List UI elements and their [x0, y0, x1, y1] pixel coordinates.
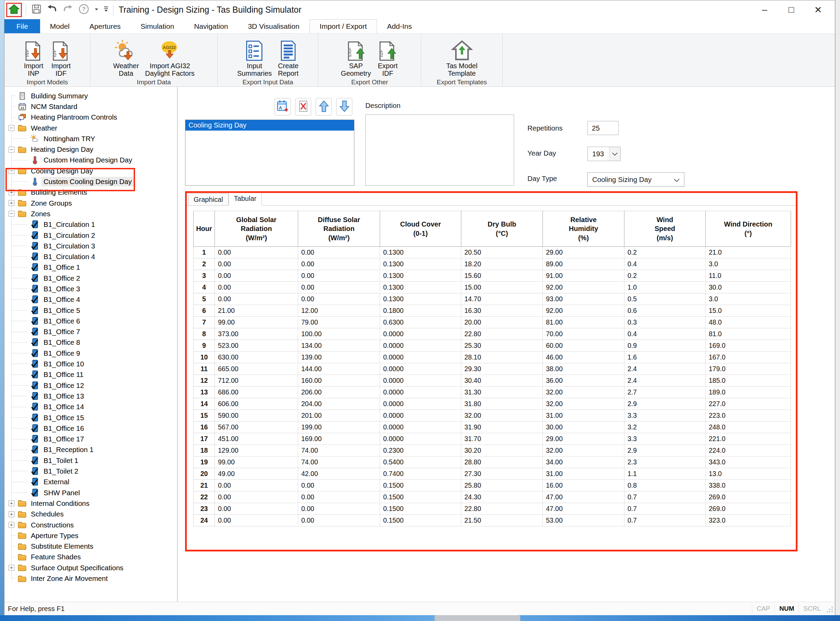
value-cell[interactable]: 20.00 [461, 317, 543, 328]
value-cell[interactable]: 1.1 [624, 468, 706, 480]
value-cell[interactable]: 30.0 [706, 282, 791, 293]
value-cell[interactable]: 21.00 [215, 305, 298, 317]
sap-geometry-button[interactable]: SAPSAP Geometry [339, 34, 373, 77]
value-cell[interactable]: 144.00 [298, 363, 380, 375]
tree-item-external[interactable]: External [5, 477, 177, 487]
value-cell[interactable]: 0.0000 [380, 351, 461, 363]
tree-item-b1-circulation-4[interactable]: B1_Circulation 4 [5, 251, 177, 262]
value-cell[interactable]: 18.20 [461, 258, 543, 270]
tree-item-b1-office-10[interactable]: B1_Office 10 [5, 359, 177, 369]
import-idf-button[interactable]: IDFImport IDF [48, 34, 74, 77]
value-cell[interactable]: 3.3 [624, 433, 706, 445]
redo-button[interactable] [61, 3, 74, 17]
tree-item-b1-office-4[interactable]: B1_Office 4 [5, 294, 177, 305]
value-cell[interactable]: 0.2 [624, 247, 706, 258]
collapse-minus-icon[interactable]: − [9, 125, 14, 131]
value-cell[interactable]: 0.6300 [380, 317, 461, 328]
tree-item-b1-office-16[interactable]: B1_Office 16 [5, 423, 177, 433]
tab-3d-visualisation[interactable]: 3D Visualisation [238, 19, 309, 33]
tab-simulation[interactable]: Simulation [130, 19, 184, 33]
value-cell[interactable]: 2.7 [624, 386, 706, 398]
tree-item-b1-toilet-1[interactable]: B1_Toilet 1 [5, 455, 177, 466]
value-cell[interactable]: 0.00 [215, 491, 298, 503]
tree-item-b1-office-17[interactable]: B1_Office 17 [5, 434, 177, 444]
value-cell[interactable]: 338.0 [706, 480, 791, 491]
value-cell[interactable]: 16.00 [543, 480, 624, 491]
value-cell[interactable]: 0.00 [298, 293, 380, 305]
value-cell[interactable]: 0.1300 [380, 282, 461, 293]
value-cell[interactable]: 15.60 [461, 270, 543, 282]
value-cell[interactable]: 47.00 [543, 491, 624, 503]
value-cell[interactable]: 373.00 [215, 328, 298, 340]
value-cell[interactable]: 0.1500 [380, 491, 461, 503]
value-cell[interactable]: 89.00 [543, 258, 624, 270]
tab-graphical[interactable]: Graphical [188, 193, 229, 206]
tree-item-b1-office-12[interactable]: B1_Office 12 [5, 380, 177, 391]
value-cell[interactable]: 32.00 [461, 410, 543, 421]
tree-item-b1-office-6[interactable]: B1_Office 6 [5, 316, 177, 326]
value-cell[interactable]: 42.00 [298, 468, 380, 480]
tab-file[interactable]: File [5, 19, 40, 33]
tree-item-shw-panel[interactable]: SHW Panel [5, 487, 177, 498]
value-cell[interactable]: 185.0 [706, 375, 791, 386]
tab-navigation[interactable]: Navigation [184, 19, 238, 33]
tree-item-constructions[interactable]: +Constructions [5, 520, 177, 530]
tree-item-zone-groups[interactable]: +Zone Groups [5, 198, 177, 208]
value-cell[interactable]: 2.3 [624, 456, 706, 468]
value-cell[interactable]: 0.5400 [380, 456, 461, 468]
value-cell[interactable]: 0.9 [624, 340, 706, 351]
repetitions-input[interactable] [587, 121, 619, 135]
export-idf-button[interactable]: IDFExport IDF [375, 34, 400, 77]
tree-item-b1-office-15[interactable]: B1_Office 15 [5, 412, 177, 423]
value-cell[interactable]: 25.30 [461, 340, 543, 351]
value-cell[interactable]: 3.0 [706, 258, 791, 270]
value-cell[interactable]: 20.50 [461, 247, 543, 258]
value-cell[interactable]: 160.00 [298, 375, 380, 386]
value-cell[interactable]: 201.00 [298, 410, 380, 421]
tab-add-ins[interactable]: Add-Ins [377, 19, 422, 33]
value-cell[interactable]: 0.00 [298, 270, 380, 282]
tree-item-b1-office-11[interactable]: B1_Office 11 [5, 370, 177, 380]
value-cell[interactable]: 29.30 [461, 363, 543, 375]
year-day-input[interactable] [588, 147, 609, 161]
value-cell[interactable]: 0.5 [624, 293, 706, 305]
value-cell[interactable]: 29.00 [543, 247, 624, 258]
value-cell[interactable]: 32.00 [543, 386, 624, 398]
move-down-button[interactable] [336, 98, 352, 115]
value-cell[interactable]: 3.3 [624, 410, 706, 421]
tree-item-custom-heating-design-day[interactable]: Custom Heating Design Day [5, 155, 177, 165]
value-cell[interactable]: 590.00 [215, 410, 298, 421]
value-cell[interactable]: 15.00 [461, 282, 543, 293]
value-cell[interactable]: 343.0 [706, 456, 791, 468]
value-cell[interactable]: 630.00 [215, 351, 298, 363]
value-cell[interactable]: 0.1300 [380, 270, 461, 282]
value-cell[interactable]: 0.00 [215, 247, 298, 258]
value-cell[interactable]: 27.30 [461, 468, 543, 480]
value-cell[interactable]: 3.0 [706, 293, 791, 305]
tree-item-b1-office-8[interactable]: B1_Office 8 [5, 337, 177, 348]
value-cell[interactable]: 0.00 [215, 270, 298, 282]
collapse-minus-icon[interactable]: − [9, 168, 14, 174]
collapse-minus-icon[interactable]: − [9, 211, 14, 217]
value-cell[interactable]: 0.00 [215, 515, 298, 526]
minimize-button[interactable]: – [751, 0, 778, 19]
tree-item-b1-office-3[interactable]: B1_Office 3 [5, 283, 177, 294]
value-cell[interactable]: 13.0 [706, 468, 791, 480]
tree-item-zones[interactable]: −Zones [5, 208, 177, 219]
value-cell[interactable]: 0.00 [298, 503, 380, 515]
tree-item-substitute-elements[interactable]: Substitute Elements [5, 541, 177, 551]
input-summaries-button[interactable]: Input Summaries [235, 34, 274, 77]
value-cell[interactable]: 2.4 [624, 375, 706, 386]
tree-item-nottingham-try[interactable]: Nottingham TRY [5, 133, 177, 144]
value-cell[interactable]: 16.30 [461, 305, 543, 317]
tree-item-b1-office-2[interactable]: B1_Office 2 [5, 273, 177, 283]
help-button[interactable]: ? [77, 3, 90, 17]
add-day-button[interactable]: A [274, 98, 291, 115]
value-cell[interactable]: 99.00 [215, 317, 298, 328]
value-cell[interactable]: 206.00 [298, 386, 380, 398]
value-cell[interactable]: 0.0000 [380, 410, 461, 421]
value-cell[interactable]: 22.80 [461, 328, 543, 340]
value-cell[interactable]: 0.00 [215, 282, 298, 293]
customize-button[interactable] [103, 3, 109, 17]
tree-item-b1-circulation-2[interactable]: B1_Circulation 2 [5, 230, 177, 241]
